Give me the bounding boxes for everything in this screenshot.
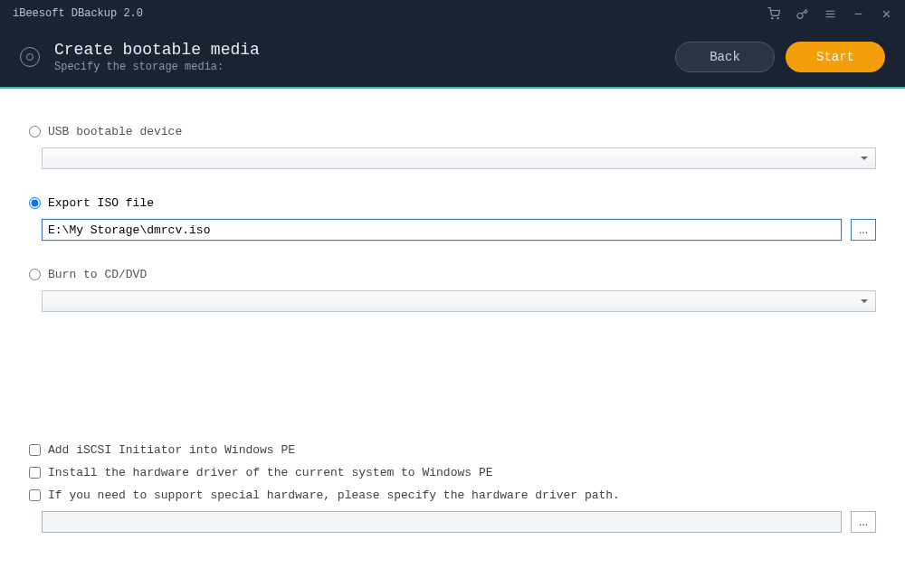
content-area: USB bootable device Export ISO file ... … (0, 89, 905, 588)
titlebar: iBeesoft DBackup 2.0 (0, 0, 905, 27)
checkbox-driver-install-label: Install the hardware driver of the curre… (48, 466, 492, 479)
start-button[interactable]: Start (786, 42, 885, 72)
checkbox-driver-path-label: If you need to support special hardware,… (48, 488, 620, 502)
key-icon[interactable] (796, 8, 808, 20)
option-usb: USB bootable device (29, 125, 876, 169)
iso-path-input[interactable] (42, 219, 842, 241)
page-header: Create bootable media Specify the storag… (0, 27, 905, 89)
app-title: iBeesoft DBackup 2.0 (13, 7, 143, 20)
radio-usb[interactable] (29, 126, 41, 138)
option-cd: Burn to CD/DVD (29, 268, 876, 312)
advanced-section: Add iSCSI Initiator into Windows PE Inst… (29, 443, 876, 533)
usb-device-select[interactable] (42, 147, 876, 169)
checkbox-iscsi[interactable] (29, 444, 41, 456)
back-button[interactable]: Back (675, 42, 775, 72)
page-title: Create bootable media (54, 41, 661, 59)
chevron-down-icon (861, 299, 868, 303)
menu-icon[interactable] (824, 8, 836, 20)
driver-browse-button[interactable]: ... (851, 511, 876, 533)
svg-point-1 (777, 18, 778, 19)
iso-browse-button[interactable]: ... (851, 219, 876, 241)
svg-point-0 (772, 18, 773, 19)
chevron-down-icon (861, 156, 868, 160)
radio-iso[interactable] (29, 197, 41, 209)
header-text: Create bootable media Specify the storag… (54, 41, 661, 73)
radio-usb-label: USB bootable device (48, 125, 182, 138)
minimize-icon[interactable] (853, 8, 864, 20)
radio-cd[interactable] (29, 269, 41, 280)
radio-iso-label: Export ISO file (48, 196, 154, 210)
checkbox-driver-install[interactable] (29, 467, 41, 479)
disc-icon (20, 47, 40, 67)
driver-path-input[interactable] (42, 511, 842, 533)
checkbox-iscsi-label: Add iSCSI Initiator into Windows PE (48, 443, 295, 457)
option-iso: Export ISO file ... (29, 196, 876, 241)
cd-device-select[interactable] (42, 290, 876, 312)
cart-icon[interactable] (767, 7, 780, 20)
header-buttons: Back Start (675, 42, 885, 72)
page-subtitle: Specify the storage media: (54, 61, 661, 73)
titlebar-controls (767, 7, 892, 20)
checkbox-driver-path[interactable] (29, 489, 41, 501)
close-icon[interactable] (881, 8, 892, 20)
radio-cd-label: Burn to CD/DVD (48, 268, 147, 281)
